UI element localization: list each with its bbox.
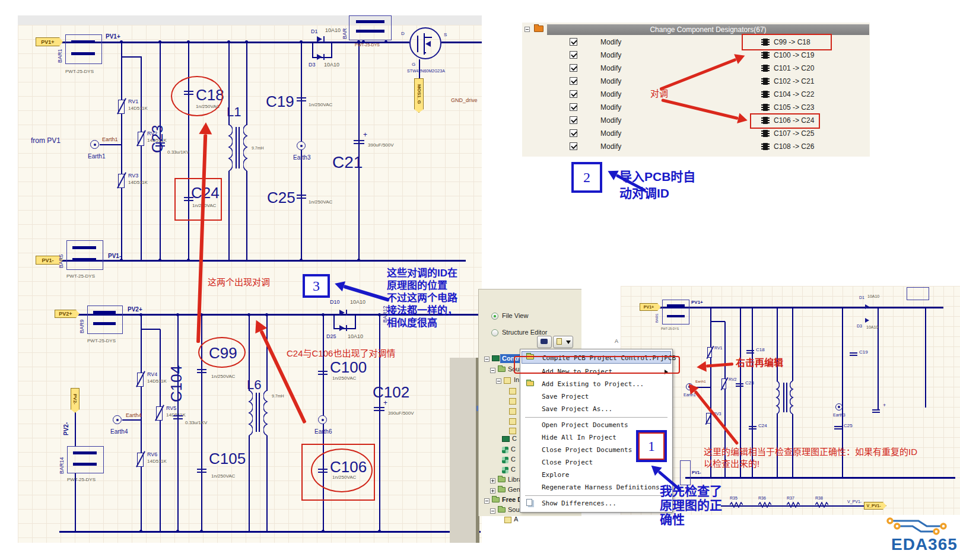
tree-item-c[interactable]: C [511,456,516,463]
tree-item-inner[interactable]: In [514,376,519,383]
c21-designator[interactable]: C21 [332,153,363,172]
modify-checkbox[interactable] [570,116,577,124]
bar1-component[interactable] [65,34,102,64]
structure-editor-label[interactable]: Structure Editor [502,329,547,336]
c106-designator[interactable]: C106 [330,458,367,476]
menu-item-regenerate-harness[interactable]: Regenerate Harness Definitions [522,481,671,494]
tree-item-c[interactable]: C [511,446,516,453]
mini-c18[interactable] [746,350,754,354]
diode-d10[interactable] [339,310,345,316]
mini-bar1[interactable] [662,300,689,324]
c105-designator[interactable]: C105 [209,450,246,468]
expand-icon[interactable] [490,478,495,483]
mini-bulk-cap[interactable] [872,409,880,413]
menu-item-show-differences[interactable]: Show Differences... [522,497,671,510]
menu-item-save-project[interactable]: Save Project [522,390,671,403]
c100-designator[interactable]: C100 [330,358,367,377]
expand-icon[interactable] [484,357,489,362]
diode-d3[interactable] [317,54,322,60]
mini-bar5[interactable] [680,460,691,485]
net-label-pv2-plus[interactable]: PV2+ [128,306,142,313]
file-view-radio[interactable] [491,313,498,320]
l1-designator[interactable]: L1 [227,104,241,120]
expand-icon[interactable] [490,508,495,514]
mini-r36-resistor[interactable] [758,502,771,508]
document-icon[interactable] [509,418,516,425]
c104-designator[interactable]: C104 [167,361,186,402]
c25-designator[interactable]: C25 [267,189,295,207]
file-view-label[interactable]: File View [502,312,528,319]
earth1-symbol[interactable] [90,140,99,149]
c102-designator[interactable]: C102 [373,383,409,402]
c105-capacitor[interactable] [197,469,206,473]
collapse-icon[interactable] [524,27,530,32]
designator-row[interactable]: ModifyC102 -> C21 [558,76,843,88]
c25-capacitor[interactable] [297,195,306,199]
bar5-component[interactable] [66,240,103,270]
port-mos1-g[interactable]: MOS1_G [414,78,424,113]
modify-checkbox[interactable] [570,129,577,137]
mini-c25[interactable] [834,426,842,429]
menu-item-add-existing[interactable]: Add Existing to Project... [522,378,671,390]
c19-capacitor[interactable] [297,97,306,101]
c23-designator[interactable]: C23 [148,117,167,153]
designator-row[interactable]: ModifyC108 -> C26 [558,141,843,153]
modify-checkbox[interactable] [570,90,577,98]
mini-c24[interactable] [749,426,756,429]
earth6-symbol[interactable] [318,415,327,424]
modify-checkbox[interactable] [570,38,577,46]
c102-capacitor[interactable] [374,407,384,411]
varistor-rv6[interactable] [137,453,144,467]
c106-capacitor[interactable] [318,469,328,473]
c23-capacitor[interactable] [155,142,165,147]
varistor-rv3[interactable] [118,174,125,188]
mini-r35-resistor[interactable] [730,502,743,508]
mini-c19[interactable] [850,352,857,356]
bar9-component[interactable] [87,306,123,334]
c99-capacitor[interactable] [197,369,206,373]
c104-capacitor[interactable] [173,415,183,419]
diode-d25[interactable] [339,325,345,331]
designator-row[interactable]: ModifyC107 -> C25 [558,128,843,140]
modify-checkbox[interactable] [570,103,577,111]
expand-icon[interactable] [484,498,489,504]
mini-c23[interactable] [736,383,743,387]
mini-d3[interactable] [865,318,869,323]
tree-item-generated[interactable]: Gen [508,486,520,493]
varistor-rv5[interactable] [156,406,163,421]
varistor-rv4[interactable] [137,373,144,387]
modify-checkbox[interactable] [570,77,577,85]
port-pv2-minus[interactable]: PV2- [71,388,80,413]
bar14-component[interactable] [67,446,104,473]
earth3-symbol[interactable] [297,141,306,150]
expand-icon[interactable] [490,488,495,494]
c100-capacitor[interactable] [318,371,328,375]
varistor-rv1[interactable] [118,100,125,114]
net-label-pv1-plus[interactable]: PV1+ [106,33,120,40]
menu-item-save-project-as[interactable]: Save Project As... [522,403,671,415]
document-icon[interactable] [509,398,516,405]
modify-checkbox[interactable] [570,64,577,72]
tree-item-c[interactable]: C [511,466,516,473]
tree-item-a[interactable]: A [514,516,518,523]
document-icon[interactable] [509,428,516,434]
mini-r37-resistor[interactable] [787,502,800,508]
c19-designator[interactable]: C19 [266,93,294,111]
mini-port-vpv1m[interactable]: V_PV1- [864,502,886,510]
designator-row[interactable]: ModifyC104 -> C22 [558,89,843,101]
tree-item-source2[interactable]: Sou [508,506,520,513]
mini-rv2[interactable] [721,378,726,389]
designator-row[interactable]: ModifyC100 -> C19 [558,50,843,62]
document-icon[interactable] [509,408,516,415]
mini-earth3[interactable] [835,403,843,411]
earth4-symbol[interactable] [113,415,122,424]
expand-icon[interactable] [490,368,495,373]
bar8-component[interactable] [349,15,392,40]
mini-rv1[interactable] [707,347,712,358]
modify-checkbox[interactable] [570,51,577,59]
port-pv2-plus[interactable]: PV2+ [55,310,80,318]
tree-item-c[interactable]: C [512,435,517,442]
mini-rv3[interactable] [706,413,711,424]
expand-icon[interactable] [496,378,501,384]
document-icon[interactable] [509,388,516,394]
